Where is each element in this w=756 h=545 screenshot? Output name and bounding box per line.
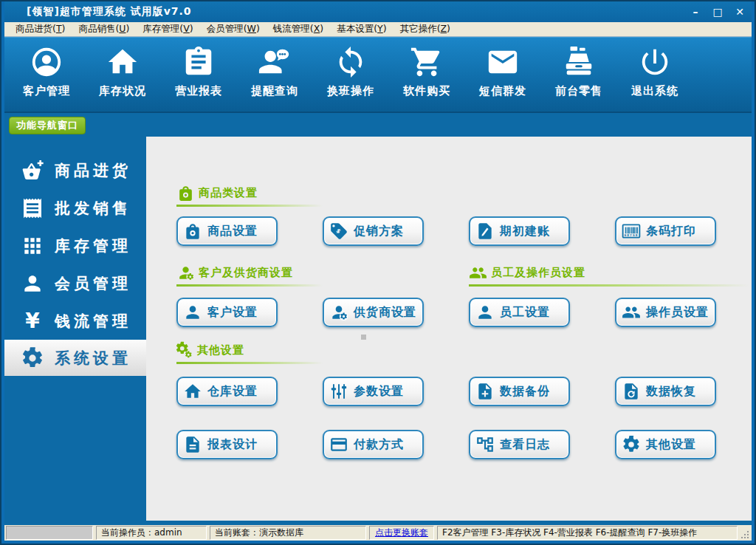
report-icon (183, 435, 202, 454)
users-icon (469, 264, 487, 282)
section-staff-operator-header: 员工及操作员设置 (469, 264, 585, 282)
menu-item-basic-settings[interactable]: 基本设置(Y) (330, 23, 393, 35)
receipt-icon (21, 196, 44, 220)
cart-icon (410, 45, 444, 79)
user-icon (475, 303, 495, 322)
grid-icon (21, 234, 44, 258)
employee-settings-button[interactable]: 员工设置 (469, 298, 570, 327)
toolbar-shift-change-button[interactable]: 换班操作 (316, 45, 385, 112)
menu-item-cashflow[interactable]: 钱流管理(X) (267, 23, 330, 35)
button-row: 客户设置供货商设置员工设置操作员设置 (176, 298, 716, 327)
report-design-button[interactable]: 报表设计 (176, 430, 278, 459)
sidebar: 商品进货批发销售库存管理会员管理¥钱流管理系统设置 (4, 113, 146, 525)
status-operator: 当前操作员：admin (96, 526, 207, 540)
doc-restore-icon (622, 382, 641, 401)
toolbar: 客户管理库存状况营业报表提醒查询换班操作软件购买短信群发前台零售退出系统 (4, 37, 752, 113)
sidebar-item-cashflow[interactable]: ¥钱流管理 (4, 302, 146, 340)
log-icon (475, 435, 495, 454)
status-account: 当前账套：演示数据库 (210, 526, 366, 540)
toolbar-software-purchase-button[interactable]: 软件购买 (392, 45, 461, 112)
close-button[interactable]: ✕ (734, 6, 746, 18)
section-customer-supplier-title: 客户及供货商设置 (199, 266, 293, 280)
price-tag-icon: $ (329, 222, 348, 241)
switch-account-link[interactable]: 点击更换账套 (375, 527, 428, 539)
toolbar-reminder-query-button[interactable]: 提醒查询 (240, 45, 309, 112)
user-icon (183, 303, 202, 322)
sidebar-item-system-settings[interactable]: 系统设置 (4, 340, 146, 376)
app-window: [领智]超市管理系统 试用版v7.0 – □ ✕ 商品进货(T)商品销售(U)库… (0, 0, 756, 545)
toolbar-exit-system-button[interactable]: 退出系统 (620, 45, 690, 112)
menu-item-purchase[interactable]: 商品进货(T) (9, 23, 72, 35)
menu-item-other-ops[interactable]: 其它操作(Z) (394, 23, 457, 35)
home-icon (183, 382, 202, 401)
customer-settings-button[interactable]: 客户设置 (176, 298, 278, 327)
status-hotkeys: F2客户管理 F3-库存状况 F4-营业报表 F6-提醒查询 F7-换班操作 (437, 526, 738, 540)
power-icon (638, 45, 672, 79)
sidebar-item-wholesale[interactable]: 批发销售 (4, 189, 146, 227)
section-other-title: 其他设置 (197, 343, 244, 357)
user-icon (21, 272, 44, 295)
maximize-button[interactable]: □ (712, 6, 724, 18)
data-restore-button[interactable]: 数据恢复 (615, 377, 716, 406)
doc-add-icon (475, 382, 495, 401)
sliders-icon (329, 382, 348, 401)
section-divider (469, 284, 749, 287)
payment-method-button[interactable]: 付款方式 (323, 430, 424, 459)
stray-pixel-artifact (361, 335, 366, 340)
data-backup-button[interactable]: 数据备份 (469, 377, 570, 406)
sidebar-item-purchase[interactable]: 商品进货 (4, 151, 146, 189)
menu-item-member[interactable]: 会员管理(W) (200, 23, 267, 35)
initial-account-button[interactable]: 期初建账 (469, 216, 570, 246)
menu-item-inventory[interactable]: 库存管理(V) (136, 23, 199, 35)
user-circle-icon (30, 45, 63, 79)
status-blank-panel (6, 526, 93, 540)
toolbar-inventory-status-button[interactable]: 库存状况 (88, 45, 157, 112)
credit-card-icon (329, 435, 348, 454)
sidebar-item-member[interactable]: 会员管理 (4, 264, 146, 302)
window-title: [领智]超市管理系统 试用版v7.0 (4, 5, 192, 18)
svg-text:¥: ¥ (25, 309, 40, 333)
supplier-settings-button[interactable]: 供货商设置 (323, 298, 424, 327)
window-controls: – □ ✕ (690, 6, 752, 18)
users-icon (622, 303, 641, 322)
svg-text:98758: 98758 (625, 233, 639, 237)
gear-icon (21, 346, 44, 370)
barcode-icon: 98758 (622, 222, 641, 241)
minimize-button[interactable]: – (690, 6, 701, 18)
other-settings-button[interactable]: 其他设置 (615, 430, 716, 459)
warehouse-settings-button[interactable]: 仓库设置 (176, 377, 278, 406)
toolbar-business-report-button[interactable]: 营业报表 (164, 45, 233, 112)
resize-grip[interactable] (740, 526, 750, 540)
cash-register-icon (562, 45, 596, 79)
barcode-print-button[interactable]: 98758条码打印 (615, 216, 716, 246)
button-row: 报表设计付款方式查看日志其他设置 (176, 430, 716, 459)
operator-settings-button[interactable]: 操作员设置 (615, 298, 716, 327)
content-panel: 商品类设置 商品设置$促销方案期初建账98758条码打印 客户及供货商设置 员工… (146, 137, 752, 521)
section-product-title: 商品类设置 (199, 186, 258, 200)
button-row: 仓库设置参数设置数据备份数据恢复 (176, 377, 716, 406)
section-staff-operator-title: 员工及操作员设置 (491, 266, 585, 280)
bag-gear-icon (176, 184, 195, 202)
toolbar-sms-broadcast-button[interactable]: 短信群发 (468, 45, 537, 112)
bag-gear-icon (183, 222, 202, 241)
toolbar-pos-retail-button[interactable]: 前台零售 (544, 45, 614, 112)
promotion-plan-button[interactable]: $促销方案 (323, 216, 424, 246)
button-row: 商品设置$促销方案期初建账98758条码打印 (176, 216, 716, 246)
user-gear-icon (329, 303, 348, 322)
user-gear-icon (176, 264, 195, 282)
gears-icon (175, 341, 193, 360)
menu-item-sales[interactable]: 商品销售(U) (72, 23, 136, 35)
sidebar-item-inventory[interactable]: 库存管理 (4, 227, 146, 264)
sync-arrows-icon (334, 45, 368, 79)
product-settings-button[interactable]: 商品设置 (176, 216, 278, 246)
section-divider (176, 362, 323, 364)
toolbar-customer-management-button[interactable]: 客户管理 (12, 45, 81, 112)
basket-plus-icon (21, 159, 44, 182)
document-pen-icon (475, 222, 495, 241)
parameter-settings-button[interactable]: 参数设置 (323, 377, 424, 406)
view-log-button[interactable]: 查看日志 (469, 430, 570, 459)
status-bar: 当前操作员：admin 当前账套：演示数据库 点击更换账套 F2客户管理 F3-… (4, 525, 752, 541)
section-divider (176, 205, 323, 207)
notepad-icon (182, 45, 216, 79)
section-divider (176, 284, 323, 287)
